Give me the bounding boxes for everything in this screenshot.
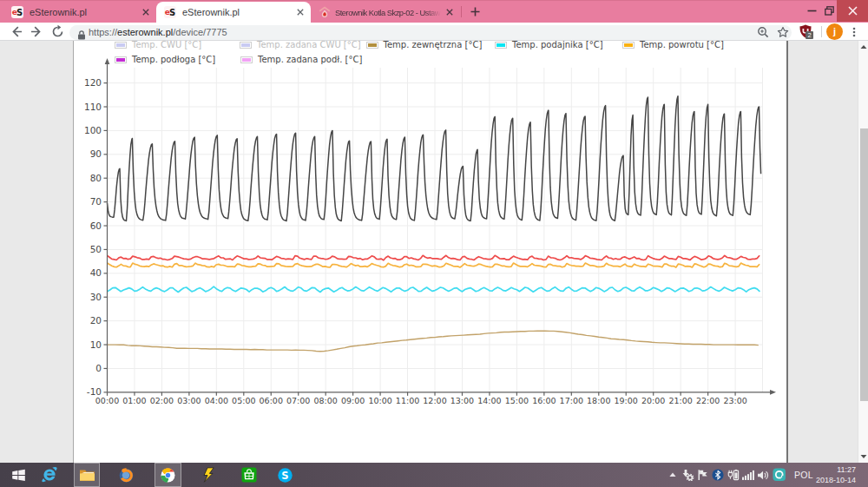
chart-card: Temp. CWU [°C]Temp. zadana CWU [°C]Temp.… [73, 41, 786, 463]
tab-close-icon[interactable] [443, 5, 457, 19]
x-tick-label: 04:00 [205, 396, 228, 405]
bluetooth-icon[interactable] [711, 469, 727, 481]
x-tick-label: 00:00 [95, 396, 119, 405]
y-tick-label: 20 [90, 315, 102, 326]
window-close-button[interactable] [837, 0, 868, 22]
taskbar-firefox-icon[interactable] [113, 463, 139, 487]
windows-update-icon[interactable] [681, 469, 696, 482]
volume-icon[interactable] [756, 470, 772, 481]
x-tick-label: 01:00 [122, 396, 146, 405]
reload-icon[interactable] [50, 24, 65, 39]
page-scrollbar[interactable] [858, 41, 868, 463]
url-text: https://esterownik.pl/device/7775 [89, 25, 227, 40]
tab-title: eSterownik.pl [30, 7, 135, 17]
x-axis-arrow [770, 390, 776, 395]
x-tick-label: 21:00 [668, 396, 692, 405]
zoom-icon[interactable] [757, 26, 769, 38]
x-tick-label: 11:00 [396, 396, 419, 405]
url-scheme: https:// [89, 27, 117, 37]
window-frame-edge [0, 0, 868, 1]
x-tick-label: 19:00 [615, 396, 638, 405]
y-tick-label: 10 [90, 339, 102, 350]
taskbar-skype-icon[interactable]: S [272, 463, 298, 487]
new-tab-button[interactable] [468, 4, 483, 20]
action-center-flag-icon[interactable] [695, 469, 711, 481]
y-tick-label: 40 [90, 267, 102, 278]
clock-time: 11:27 [810, 464, 856, 475]
address-bar[interactable]: https://esterownik.pl/device/7775 [69, 25, 792, 40]
hidden-icons-chevron[interactable] [665, 471, 681, 478]
x-tick-label: 14:00 [477, 396, 501, 405]
system-tray [665, 463, 786, 487]
tab-title: Sterownik Kotla Skzp-02 - Ustaw [335, 8, 441, 17]
forward-icon[interactable] [30, 24, 44, 39]
browser-tab-1[interactable]: eS eSterownik.pl [3, 2, 156, 23]
series-line [108, 286, 760, 292]
y-tick-label: 60 [90, 220, 102, 231]
tab-separator [461, 6, 462, 17]
y-tick-label: 90 [90, 148, 102, 159]
x-tick-label: 23:00 [723, 396, 746, 405]
teal-app-icon[interactable] [772, 468, 787, 482]
browser-tab-2-active[interactable]: eS eSterownik.pl [156, 2, 311, 23]
web-page: Temp. CWU [°C]Temp. zadana CWU [°C]Temp.… [0, 41, 868, 463]
clock-date: 2018-10-14 [810, 475, 856, 485]
screen: eS eSterownik.pl eS eSterownik.pl Sterow… [0, 0, 868, 487]
esterownik-favicon: eS [164, 6, 176, 18]
tab-title: eSterownik.pl [182, 7, 290, 17]
bookmark-star-icon[interactable] [777, 26, 789, 38]
x-tick-label: 20:00 [641, 396, 665, 405]
y-tick-label: 30 [90, 292, 102, 302]
y-tick-label: 100 [84, 125, 102, 135]
x-tick-label: 07:00 [286, 396, 310, 405]
x-tick-label: 18:00 [587, 396, 610, 405]
extension-badge: 2 [806, 31, 813, 39]
esterownik-favicon: eS [11, 6, 23, 18]
power-battery-icon[interactable] [726, 469, 741, 481]
temperature-chart: 1201101009080706050403020100-1000:0001:0… [74, 41, 786, 463]
y-tick-label: 120 [84, 77, 102, 88]
browser-tab-3[interactable]: Sterownik Kotla Skzp-02 - Ustaw [312, 2, 460, 23]
ublock-extension-icon[interactable]: 2 [799, 24, 812, 42]
back-icon[interactable] [9, 24, 23, 39]
series-line [108, 263, 760, 267]
taskbar-windows-store-icon[interactable] [236, 463, 262, 487]
x-tick-label: 10:00 [368, 396, 391, 405]
x-tick-label: 03:00 [177, 396, 201, 405]
profile-avatar[interactable]: j [826, 23, 843, 40]
card-shadow [786, 41, 788, 463]
taskbar-clock[interactable]: 11:27 2018-10-14 [810, 464, 856, 485]
scrollbar-down-arrow[interactable] [858, 451, 868, 463]
tab-close-icon[interactable] [139, 5, 153, 19]
network-signal-icon[interactable] [741, 470, 757, 480]
scrollbar-thumb[interactable] [860, 128, 868, 401]
browser-menu-icon[interactable] [849, 25, 859, 41]
x-tick-label: 16:00 [532, 396, 556, 405]
y-tick-label: 50 [90, 244, 102, 254]
taskbar-file-explorer-icon[interactable] [74, 463, 100, 487]
taskbar-winamp-icon[interactable] [195, 463, 221, 487]
x-tick-label: 02:00 [150, 396, 174, 405]
toolbar-separator [821, 26, 822, 37]
x-tick-label: 06:00 [260, 396, 283, 405]
x-tick-label: 15:00 [505, 396, 529, 405]
y-tick-label: 110 [84, 102, 102, 112]
boiler-flame-favicon [319, 6, 331, 18]
start-button[interactable] [5, 463, 31, 487]
series-line [108, 255, 760, 260]
x-tick-label: 13:00 [450, 396, 474, 405]
series-line [108, 331, 759, 352]
y-tick-label: 80 [90, 173, 102, 183]
taskbar-chrome-icon[interactable] [155, 463, 181, 487]
browser-tab-bar: eS eSterownik.pl eS eSterownik.pl Sterow… [0, 0, 868, 23]
x-tick-label: 12:00 [423, 396, 446, 405]
url-host: esterownik.pl [117, 27, 173, 37]
x-tick-label: 09:00 [341, 396, 365, 405]
windows-taskbar: S [0, 463, 868, 487]
tab-close-icon[interactable] [293, 5, 307, 19]
taskbar-internet-explorer-icon[interactable] [36, 463, 62, 487]
scrollbar-up-arrow[interactable] [858, 41, 868, 53]
x-tick-label: 17:00 [560, 396, 583, 405]
svg-text:S: S [281, 469, 288, 481]
x-tick-label: 08:00 [313, 396, 337, 405]
